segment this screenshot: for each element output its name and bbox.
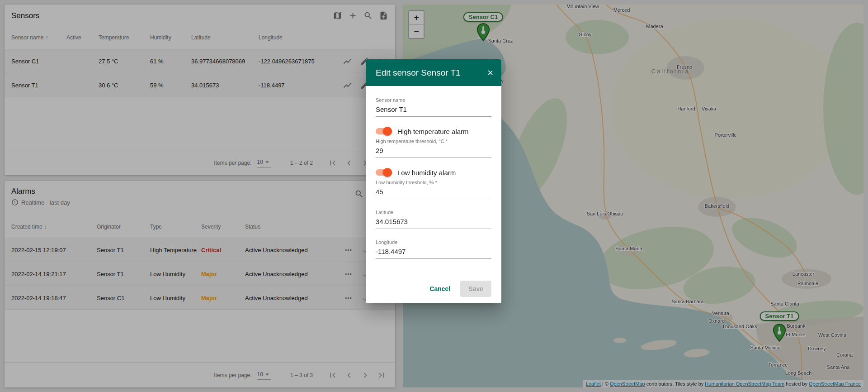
low-humidity-threshold-input[interactable] bbox=[376, 186, 491, 199]
field-label: Low humidity threshold, % * bbox=[376, 179, 491, 186]
edit-sensor-dialog: Edit sensor Sensor T1 × Sensor name High… bbox=[366, 59, 501, 303]
low-humidity-alarm-toggle[interactable] bbox=[376, 168, 392, 177]
cancel-button[interactable]: Cancel bbox=[426, 282, 454, 296]
high-temp-alarm-row: High temperature alarm bbox=[376, 126, 491, 137]
latitude-field: Latitude bbox=[376, 209, 491, 229]
latitude-input[interactable] bbox=[376, 215, 491, 229]
longitude-field: Longitude bbox=[376, 239, 491, 259]
low-humidity-alarm-row: Low humidity alarm bbox=[376, 167, 491, 178]
dialog-body: Sensor name High temperature alarm High … bbox=[366, 86, 501, 303]
close-icon[interactable]: × bbox=[487, 68, 493, 78]
field-label: Longitude bbox=[376, 239, 491, 245]
high-temp-alarm-toggle[interactable] bbox=[376, 127, 392, 136]
field-label: High temperature threshold, °C * bbox=[376, 138, 491, 144]
toggle-label: Low humidity alarm bbox=[397, 169, 456, 177]
low-humidity-threshold-field: Low humidity threshold, % * bbox=[376, 179, 491, 199]
sensor-name-input[interactable] bbox=[376, 103, 491, 117]
dialog-header: Edit sensor Sensor T1 × bbox=[366, 59, 501, 86]
high-temp-threshold-input[interactable] bbox=[376, 144, 491, 158]
dialog-actions: Cancel Save bbox=[376, 281, 491, 303]
longitude-input[interactable] bbox=[376, 245, 491, 259]
field-label: Sensor name bbox=[376, 97, 491, 103]
dialog-title: Edit sensor Sensor T1 bbox=[376, 68, 461, 78]
save-button[interactable]: Save bbox=[460, 281, 491, 297]
toggle-label: High temperature alarm bbox=[397, 128, 469, 135]
sensor-name-field: Sensor name bbox=[376, 97, 491, 117]
high-temp-threshold-field: High temperature threshold, °C * bbox=[376, 138, 491, 158]
field-label: Latitude bbox=[376, 209, 491, 215]
